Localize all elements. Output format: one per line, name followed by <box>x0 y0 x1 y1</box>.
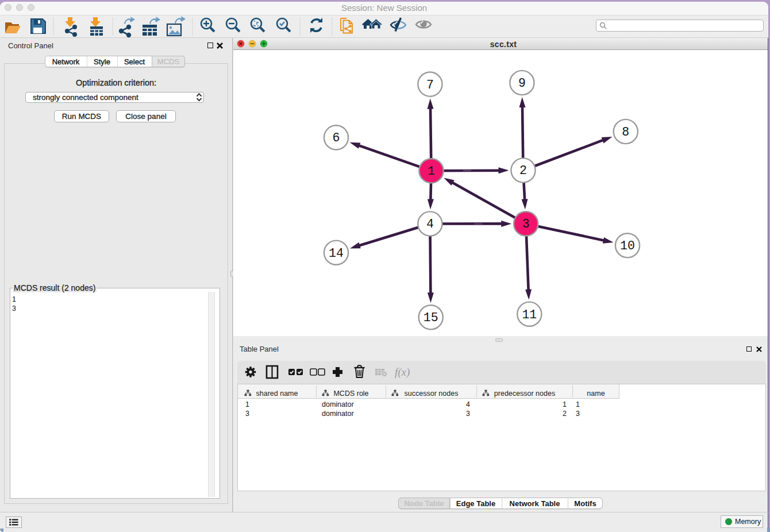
svg-text:9: 9 <box>518 76 526 90</box>
svg-text:11: 11 <box>522 308 537 322</box>
svg-text:3: 3 <box>522 217 530 231</box>
svg-text:7: 7 <box>426 78 434 92</box>
svg-text:8: 8 <box>622 125 629 139</box>
svg-text:10: 10 <box>620 239 635 253</box>
svg-text:2: 2 <box>519 164 527 178</box>
svg-text:1: 1 <box>428 164 435 178</box>
svg-text:6: 6 <box>333 131 340 145</box>
svg-text:14: 14 <box>329 246 344 260</box>
svg-text:f(x): f(x) <box>395 366 410 379</box>
svg-text:4: 4 <box>426 217 434 231</box>
svg-text:15: 15 <box>424 311 438 325</box>
